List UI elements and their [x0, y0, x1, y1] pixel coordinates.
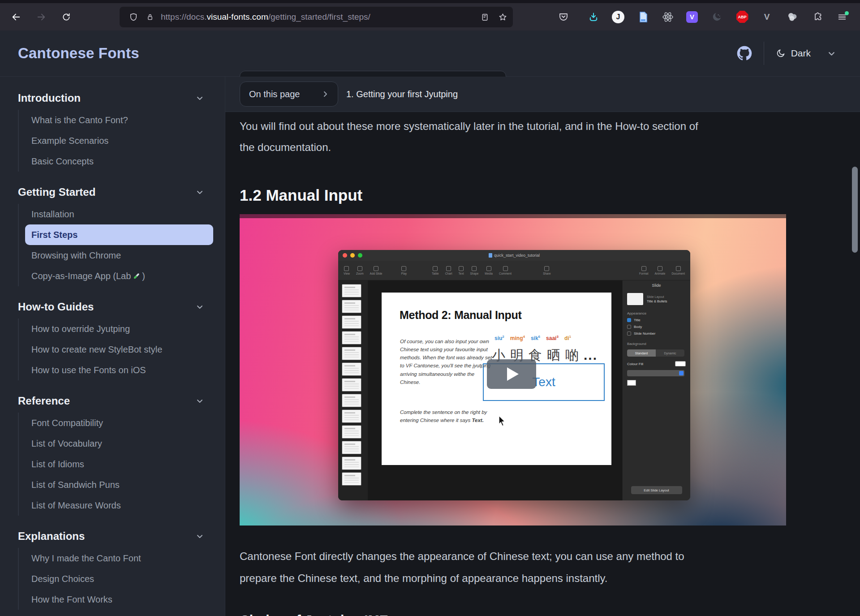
keynote-tool: Zoom [356, 266, 364, 275]
extensions-puzzle-icon[interactable] [810, 9, 826, 25]
header-divider [764, 42, 764, 65]
keynote-tool: Play [401, 266, 407, 275]
sidebar-item[interactable]: Browsing with Chrome [19, 245, 225, 266]
mouse-cursor-icon [497, 415, 508, 427]
sidebar-item[interactable]: List of Vocabulary [19, 433, 225, 454]
keynote-tool: Animate [655, 266, 666, 275]
dark-reader-icon[interactable] [709, 9, 724, 25]
slide-thumbnail [342, 394, 361, 407]
pocket-icon[interactable] [556, 9, 571, 25]
lock-icon[interactable] [146, 13, 154, 22]
react-devtools-icon[interactable] [660, 9, 675, 25]
nav-section-header[interactable]: Explanations [0, 528, 225, 544]
vue-devtools-icon[interactable]: V [759, 9, 774, 25]
nav-section-header[interactable]: How-to Guides [0, 299, 225, 315]
reload-icon [62, 13, 71, 22]
play-button[interactable] [487, 359, 536, 389]
nav-section-header[interactable]: Getting Started [0, 184, 225, 200]
keynote-tool: Add Slide [370, 266, 383, 275]
github-link[interactable] [737, 46, 752, 61]
site-title[interactable]: Cantonese Fonts [18, 45, 139, 62]
bookmark-star-icon[interactable] [498, 13, 507, 22]
menu-notification-dot [845, 11, 849, 15]
back-button[interactable] [8, 9, 24, 25]
slide-title: Method 2: Manual Input [400, 309, 522, 322]
section-heading-manual-input: 1.2 Manual Input [240, 186, 860, 204]
menu-hamburger-icon[interactable] [834, 9, 850, 25]
sidebar-item[interactable]: What is the Canto Font? [19, 110, 225, 130]
slide-thumbnail [342, 300, 361, 313]
slide-thumbnail [342, 347, 361, 360]
keynote-tool: Document [671, 266, 685, 275]
reload-button[interactable] [58, 9, 74, 25]
sidebar-item[interactable]: Example Scenarios [19, 130, 225, 151]
paragraph-line: Cantonese Font directly changes the appe… [240, 545, 860, 567]
sidebar-item[interactable]: First Steps [25, 224, 213, 245]
fill-label: Colour Fill [627, 362, 643, 366]
sidebar-item[interactable]: List of Idioms [19, 454, 225, 474]
sidebar-item[interactable]: Font Compatibility [19, 413, 225, 433]
keynote-doc-title: quick_start_video_tutorial [494, 253, 540, 258]
nav-section-title: Getting Started [18, 186, 95, 198]
slide-thumbnail [342, 457, 361, 470]
adblock-plus-icon[interactable]: ABP [735, 9, 750, 25]
background-label: Background [627, 342, 686, 346]
paragraph-line: prepare the Chinese text, and the morphi… [240, 567, 860, 589]
nav-section-title: Reference [18, 395, 70, 407]
nav-section-header[interactable]: Introduction [0, 90, 225, 106]
sidebar-item[interactable]: Why I made the Canto Font [19, 548, 225, 569]
theme-selector[interactable]: Dark [776, 48, 835, 59]
sidebar-item[interactable]: How to create new StyleBot style [19, 339, 225, 360]
sidebar-item[interactable]: Basic Concepts [19, 151, 225, 172]
downloads-icon[interactable] [586, 9, 601, 25]
chevron-down-icon [828, 50, 835, 57]
fill-swatch [675, 361, 686, 366]
chevron-right-icon [322, 90, 329, 98]
cookies-extension-icon[interactable] [785, 9, 800, 25]
section-heading-ime: Choice of Jyutping IME [240, 612, 860, 616]
slide-thumbnails [338, 280, 368, 500]
background-segmented-control: StandardDynamic [627, 349, 684, 357]
sidebar-item[interactable]: Copy-as-Image App (Lab ) [19, 266, 225, 286]
sidebar-item[interactable]: List of Sandwich Puns [19, 474, 225, 495]
slide-body-text2: Complete the sentence on the right by en… [400, 408, 495, 424]
site-header: Cantonese Fonts / Dark [0, 30, 860, 77]
slide-thumbnail [342, 315, 361, 329]
on-this-page-button[interactable]: On this page [240, 82, 338, 107]
tracking-shield-icon[interactable] [129, 13, 138, 22]
traffic-lights [343, 253, 362, 258]
keynote-tool: Chart [445, 266, 452, 275]
sidebar-item[interactable]: How to override Jyutping [19, 319, 225, 339]
video-player[interactable]: quick_start_video_tutorial ViewZoomAdd S… [240, 214, 786, 526]
sidebar-item[interactable]: How the Font Works [19, 589, 225, 610]
notes-extension-icon[interactable] [636, 9, 651, 25]
nav-section-title: Explanations [18, 530, 85, 543]
fill-dropdown [627, 370, 684, 376]
sidebar-item[interactable]: How to use the Fonts on iOS [19, 360, 225, 380]
moon-icon [776, 48, 786, 58]
slide-thumbnail [342, 331, 361, 345]
appearance-label: Appearance [627, 311, 686, 315]
nav-section-header[interactable]: Reference [0, 393, 225, 409]
edit-slide-layout-button: Edit Slide Layout [631, 486, 682, 494]
profile-avatar[interactable]: J [611, 9, 626, 25]
forward-button[interactable] [33, 9, 49, 25]
sidebar-item[interactable]: Design Choices [19, 569, 225, 589]
play-icon [507, 367, 519, 381]
page-scrollbar-thumb[interactable] [852, 167, 858, 253]
keynote-toolbar: ViewZoomAdd SlidePlayTableChartTextShape… [338, 261, 690, 280]
sidebar-item[interactable]: List of Measure Words [19, 495, 225, 516]
keynote-tool: Media [485, 266, 493, 275]
url-text[interactable]: https://docs.visual-fonts.com/getting_st… [161, 12, 370, 22]
sidebar-item[interactable]: Installation [19, 204, 225, 224]
chevron-down-icon [196, 397, 203, 405]
reader-mode-icon[interactable] [481, 13, 489, 22]
chevron-down-icon [196, 303, 203, 310]
appearance-rows: TitleBodySlide Number [627, 318, 686, 336]
slide-body-text: Of course, you can also input your own C… [400, 337, 495, 386]
back-arrow-icon [11, 12, 21, 22]
keynote-tool: Shape [470, 266, 478, 275]
keynote-titlebar: quick_start_video_tutorial [338, 250, 690, 261]
violentmonkey-icon[interactable]: V [684, 9, 700, 25]
url-bar[interactable]: https://docs.visual-fonts.com/getting_st… [120, 7, 513, 27]
